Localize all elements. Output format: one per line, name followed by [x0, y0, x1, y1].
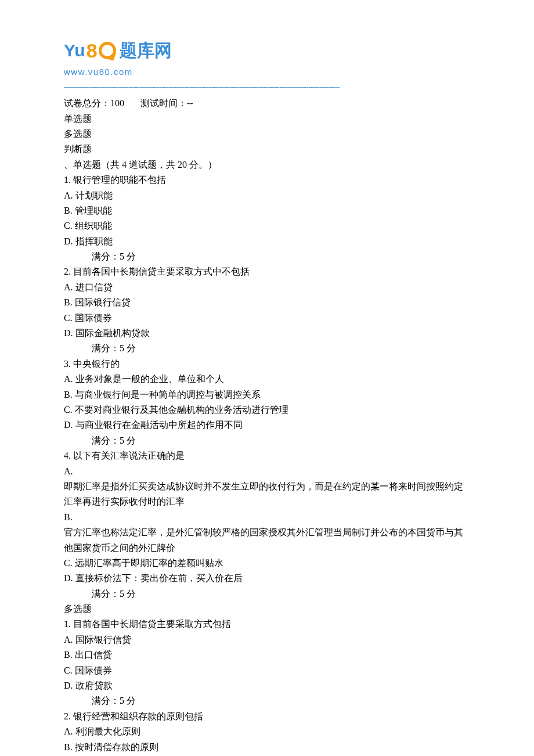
total-score-label: 试卷总分：: [64, 98, 110, 108]
header-info-line: 试卷总分：100 测试时间：--: [64, 96, 470, 111]
q4-option-b-text: 官方汇率也称法定汇率，是外汇管制较严格的国家授权其外汇管理当局制订并公布的本国货…: [64, 525, 470, 556]
section-nav-judge: 判断题: [64, 142, 470, 157]
q1-option-c: C. 组织职能: [64, 218, 470, 233]
section-nav-single: 单选题: [64, 111, 470, 127]
logo-yu-icon: Yu: [64, 37, 85, 64]
mq2-option-a: A. 利润最大化原则: [64, 724, 470, 739]
q1-stem: 1. 银行管理的职能不包括: [64, 172, 470, 188]
q4-option-d: D. 直接标价法下：卖出价在前，买入价在后: [64, 571, 470, 586]
section-nav-multi: 多选题: [64, 127, 470, 142]
multi-choice-heading: 多选题: [64, 602, 470, 617]
q2-option-b: B. 国际银行信贷: [64, 295, 470, 310]
logo-url: www.vu80.com: [64, 65, 470, 79]
mq1-option-c: C. 国际债券: [64, 663, 470, 678]
q2-score: 满分：5 分: [64, 341, 470, 356]
mq1-stem: 1. 目前各国中长期信贷主要采取方式包括: [64, 617, 470, 632]
q3-score: 满分：5 分: [64, 433, 470, 448]
q2-stem: 2. 目前各国中长期信贷主要采取方式中不包括: [64, 264, 470, 279]
exam-document-page: Yu 8 题库网 www.vu80.com ------------------…: [0, 0, 534, 756]
q4-option-a-text: 即期汇率是指外汇买卖达成协议时并不发生立即的收付行为，而是在约定的某一将来时间按…: [64, 479, 470, 510]
logo-zero-icon: [99, 42, 116, 59]
q2-option-d: D. 国际金融机构贷款: [64, 326, 470, 341]
q3-option-a: A. 业务对象是一般的企业、单位和个人: [64, 372, 470, 387]
q3-option-c: C. 不要对商业银行及其他金融机构的业务活动进行管理: [64, 402, 470, 417]
logo-eight-icon: 8: [86, 35, 98, 66]
q4-score: 满分：5 分: [64, 586, 470, 602]
mq1-option-a: A. 国际银行信贷: [64, 632, 470, 647]
mq2-stem: 2. 银行经营和组织存款的原则包括: [64, 709, 470, 724]
q3-option-d: D. 与商业银行在金融活动中所起的作用不同: [64, 417, 470, 433]
mq1-option-d: D. 政府贷款: [64, 678, 470, 693]
q4-stem: 4. 以下有关汇率说法正确的是: [64, 448, 470, 463]
mq1-score: 满分：5 分: [64, 693, 470, 708]
header-divider: ----------------------------------------…: [64, 81, 470, 93]
q1-score: 满分：5 分: [64, 249, 470, 264]
q2-option-c: C. 国际债券: [64, 311, 470, 326]
q1-option-b: B. 管理职能: [64, 203, 470, 218]
q4-option-a-label: A.: [64, 464, 470, 479]
q1-option-a: A. 计划职能: [64, 188, 470, 203]
logo-graphic: Yu 8 题库网: [64, 35, 470, 66]
q1-option-d: D. 指挥职能: [64, 234, 470, 249]
test-time-label: 测试时间：: [140, 98, 187, 108]
q4-option-c: C. 远期汇率高于即期汇率的差额叫贴水: [64, 556, 470, 571]
mq2-option-b: B. 按时清偿存款的原则: [64, 740, 470, 755]
single-choice-heading: 、单选题（共 4 道试题，共 20 分。）: [64, 157, 470, 172]
site-logo: Yu 8 题库网 www.vu80.com: [64, 35, 470, 79]
q4-option-b-label: B.: [64, 510, 470, 525]
q2-option-a: A. 进口信贷: [64, 280, 470, 295]
q3-stem: 3. 中央银行的: [64, 357, 470, 372]
mq1-option-b: B. 出口信贷: [64, 647, 470, 663]
logo-title-cn: 题库网: [120, 37, 172, 64]
total-score-value: 100: [110, 98, 124, 108]
test-time-value: --: [187, 98, 193, 108]
q3-option-b: B. 与商业银行间是一种简单的调控与被调控关系: [64, 387, 470, 402]
document-content: 试卷总分：100 测试时间：-- 单选题 多选题 判断题 、单选题（共 4 道试…: [64, 96, 470, 755]
